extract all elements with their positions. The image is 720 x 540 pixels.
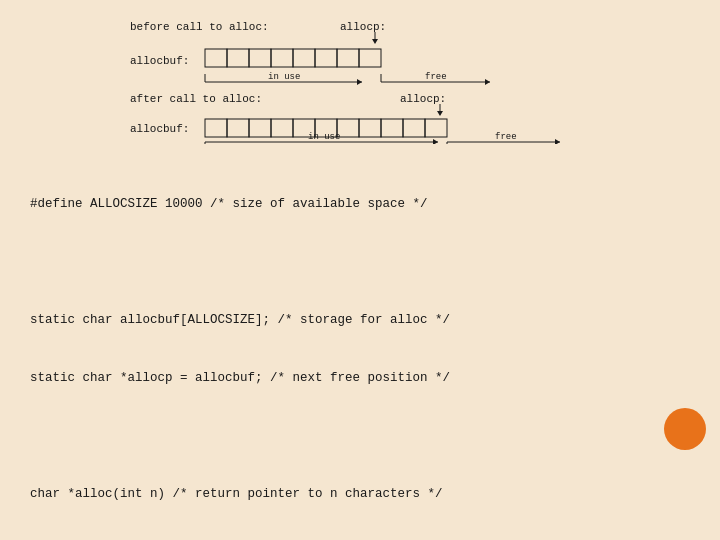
box-b6 [315, 49, 337, 67]
code-line-6: char *alloc(int n) /* return pointer to … [30, 485, 690, 504]
code-line-5 [30, 427, 690, 446]
allocp-before-label: allocp: [340, 21, 386, 33]
code-line-3: static char allocbuf[ALLOCSIZE]; /* stor… [30, 311, 690, 330]
diagram-area: before call to alloc: allocp: allocbuf: … [30, 14, 690, 144]
code-line-1: #define ALLOCSIZE 10000 /* size of avail… [30, 195, 690, 214]
box-b5 [293, 49, 315, 67]
box-a1 [205, 119, 227, 137]
box-b8 [359, 49, 381, 67]
orange-circle-decoration [664, 408, 706, 450]
inuse-label-after: in use [308, 132, 340, 142]
box-a10 [403, 119, 425, 137]
box-b2 [227, 49, 249, 67]
memory-diagram: before call to alloc: allocp: allocbuf: … [120, 14, 600, 144]
code-line-4: static char *allocp = allocbuf; /* next … [30, 369, 690, 388]
before-label: before call to alloc: [130, 21, 269, 33]
allocp-arrowhead-before [372, 39, 378, 44]
allocp-arrowhead-after [437, 111, 443, 116]
box-b4 [271, 49, 293, 67]
code-block: #define ALLOCSIZE 10000 /* size of avail… [30, 156, 690, 540]
box-b1 [205, 49, 227, 67]
box-b3 [249, 49, 271, 67]
box-a2 [227, 119, 249, 137]
box-a8 [359, 119, 381, 137]
free-label-after: free [495, 132, 517, 142]
box-a4 [271, 119, 293, 137]
inuse-label-before: in use [268, 72, 300, 82]
allocp-after-label: allocp: [400, 93, 446, 105]
free-label-before: free [425, 72, 447, 82]
box-a9 [381, 119, 403, 137]
free-arrowhead-before [485, 79, 490, 85]
box-b7 [337, 49, 359, 67]
allocbuf-before-label: allocbuf: [130, 55, 189, 67]
box-a3 [249, 119, 271, 137]
allocbuf-after-label: allocbuf: [130, 123, 189, 135]
box-a11 [425, 119, 447, 137]
inuse-arrowhead-before [357, 79, 362, 85]
code-line-2 [30, 253, 690, 272]
after-label: after call to alloc: [130, 93, 262, 105]
page-container: before call to alloc: allocp: allocbuf: … [0, 0, 720, 540]
